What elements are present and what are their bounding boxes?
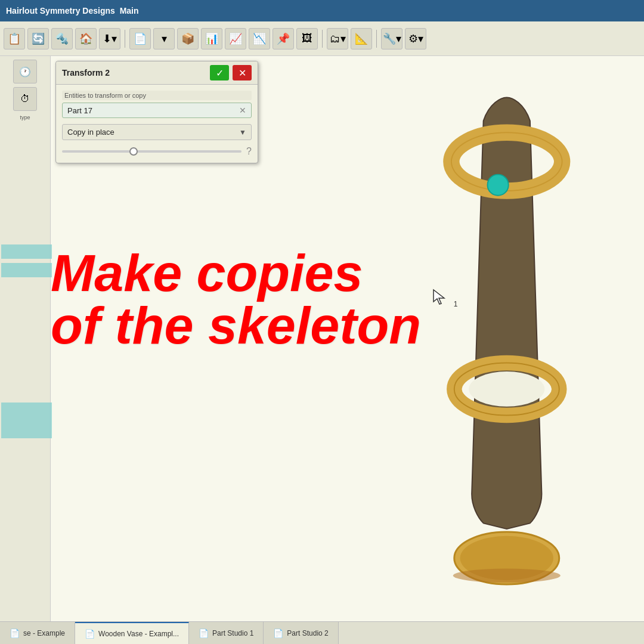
toolbar-separator-3 — [376, 30, 377, 48]
cursor-indicator: 1 — [432, 289, 457, 308]
toolbar-icon-8[interactable]: 📦 — [177, 28, 199, 49]
left-sidebar: 🕐 ⏱ type — [0, 56, 51, 621]
slider-track[interactable] — [62, 150, 242, 153]
cursor-number: 1 — [454, 300, 458, 308]
entities-field-label: Entities to transform or copy — [62, 91, 252, 100]
transform-dialog-title: Transform 2 — [62, 68, 110, 78]
entities-field-group: Entities to transform or copy Part 17 ✕ — [62, 91, 252, 118]
svg-marker-0 — [434, 290, 444, 304]
toolbar-icon-12[interactable]: 📌 — [273, 28, 294, 49]
transform-dialog-header: Transform 2 ✓ ✕ — [56, 61, 258, 85]
transform-dialog-body: Entities to transform or copy Part 17 ✕ … — [56, 85, 258, 163]
toolbar-icon-10[interactable]: 📈 — [225, 28, 246, 49]
sidebar-clock-icon[interactable]: 🕐 — [13, 60, 37, 83]
transform-dialog-buttons: ✓ ✕ — [210, 65, 252, 80]
toolbar-separator-2 — [322, 30, 323, 48]
slider-thumb[interactable] — [129, 147, 138, 156]
toolbar-icon-3[interactable]: 🔩 — [51, 28, 73, 49]
model-svg — [388, 86, 614, 611]
toolbar-icon-9[interactable]: 📊 — [201, 28, 222, 49]
toolbar-icon-4[interactable]: 🏠 — [75, 28, 97, 49]
overlay-line1: Make copies — [51, 247, 421, 299]
bottom-shadow — [453, 569, 561, 583]
titlebar: Hairlout Symmetry Designs Main — [0, 0, 644, 21]
sidebar-type-label: type — [20, 114, 30, 120]
back-panel — [472, 98, 541, 530]
tab-1[interactable]: 📄 Wooden Vase - Exampl... — [75, 622, 189, 644]
feature-bar-1[interactable] — [1, 244, 52, 259]
overlay-line2: of the skeleton — [51, 299, 421, 352]
entities-value: Part 17 — [67, 106, 237, 115]
feature-bar-3[interactable] — [1, 402, 52, 438]
tab-3-icon: 📄 — [273, 628, 283, 638]
tab-2-icon: 📄 — [199, 628, 209, 638]
dropdown-arrow-icon: ▼ — [239, 128, 246, 137]
sidebar-timer-icon[interactable]: ⏱ — [13, 87, 37, 111]
tab-1-label: Wooden Vase - Exampl... — [98, 630, 179, 638]
toolbar-icon-11[interactable]: 📉 — [249, 28, 270, 49]
toolbar-separator-1 — [125, 30, 125, 48]
toolbar-icon-1[interactable]: 📋 — [4, 28, 25, 49]
toolbar: 📋 🔄 🔩 🏠 ⬇▾ 📄 ▾ 📦 📊 📈 📉 📌 🖼 🗂▾ 📐 🔧▾ ⚙▾ — [0, 21, 644, 56]
main-area: 🕐 ⏱ type Transform 2 ✓ ✕ En — [0, 56, 644, 621]
cancel-button[interactable]: ✕ — [233, 65, 252, 80]
entities-clear-icon[interactable]: ✕ — [239, 106, 246, 115]
teal-highlight — [488, 175, 509, 196]
confirm-button[interactable]: ✓ — [210, 65, 229, 80]
middle-ring-inner — [469, 371, 544, 407]
entities-input-row[interactable]: Part 17 ✕ — [62, 103, 252, 118]
slider-row: ? — [62, 146, 252, 157]
tab-0-label: se - Example — [23, 629, 65, 637]
tab-3[interactable]: 📄 Part Studio 2 — [264, 622, 338, 644]
toolbar-icon-16[interactable]: 🔧▾ — [381, 28, 402, 49]
toolbar-icon-14[interactable]: 🗂▾ — [327, 28, 348, 49]
toolbar-icon-2[interactable]: 🔄 — [27, 28, 49, 49]
viewport[interactable]: Transform 2 ✓ ✕ Entities to transform or… — [51, 56, 644, 621]
tab-0-icon: 📄 — [10, 628, 20, 638]
bottom-tabs: 📄 se - Example 📄 Wooden Vase - Exampl...… — [0, 621, 644, 644]
toolbar-icon-5[interactable]: ⬇▾ — [99, 28, 120, 49]
help-icon[interactable]: ? — [246, 146, 252, 157]
transform-dialog: Transform 2 ✓ ✕ Entities to transform or… — [55, 61, 258, 163]
app-title: Hairlout Symmetry Designs — [6, 6, 115, 16]
tab-3-label: Part Studio 2 — [287, 629, 328, 637]
toolbar-icon-17[interactable]: ⚙▾ — [405, 28, 426, 49]
copy-mode-dropdown[interactable]: Copy in place ▼ — [62, 124, 252, 140]
overlay-text: Make copies of the skeleton — [51, 247, 421, 352]
copy-mode-label: Copy in place — [67, 128, 114, 137]
tab-1-icon: 📄 — [85, 629, 95, 639]
toolbar-icon-13[interactable]: 🖼 — [296, 28, 318, 49]
toolbar-icon-15[interactable]: 📐 — [351, 28, 372, 49]
toolbar-icon-7[interactable]: ▾ — [153, 28, 175, 49]
toolbar-icon-6[interactable]: 📄 — [129, 28, 151, 49]
tab-2[interactable]: 📄 Part Studio 1 — [189, 622, 264, 644]
tab-0[interactable]: 📄 se - Example — [0, 622, 75, 644]
tab-2-label: Part Studio 1 — [212, 629, 253, 637]
feature-bar-2[interactable] — [1, 263, 52, 277]
app-subtitle: Main — [120, 6, 139, 16]
